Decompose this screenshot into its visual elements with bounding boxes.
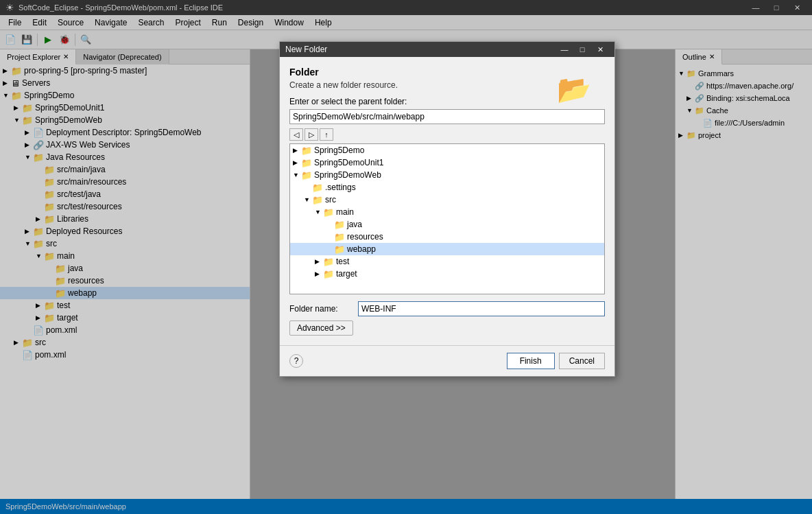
tree-item-label: src	[325, 195, 336, 205]
tree-arrow-icon[interactable]: ▼	[304, 196, 312, 203]
tree-item-label: webapp	[347, 244, 376, 254]
tree-item-label: Spring5DemoWeb	[314, 170, 381, 180]
tree-folder-icon: 📁	[334, 244, 345, 255]
tree-item[interactable]: 📁webapp	[290, 243, 604, 255]
dialog-title-controls: — □ ✕	[556, 42, 609, 57]
tree-arrow-icon[interactable]: ▶	[315, 258, 323, 265]
tree-folder-icon: 📁	[323, 257, 334, 267]
tree-item-label: java	[347, 220, 362, 229]
tree-item-label: Spring5Demo	[314, 145, 364, 155]
tree-item[interactable]: 📁.settings	[290, 181, 604, 194]
dialog-footer: ? Finish Cancel	[280, 345, 614, 376]
tree-arrow-icon[interactable]: ▶	[293, 147, 301, 154]
tree-item[interactable]: ▼📁Spring5DemoWeb	[290, 169, 604, 181]
tree-item[interactable]: ▼📁src	[290, 194, 604, 206]
finish-button[interactable]: Finish	[507, 353, 555, 369]
dialog-tree: ▶📁Spring5Demo▶📁Spring5DemoUnit1▼📁Spring5…	[289, 143, 605, 294]
tree-item[interactable]: ▶📁Spring5Demo	[290, 144, 604, 156]
dialog-body: Folder Create a new folder resource. 📂 E…	[280, 57, 614, 342]
tree-up-btn[interactable]: ↑	[320, 128, 333, 141]
tree-folder-icon: 📁	[301, 170, 312, 180]
cancel-button[interactable]: Cancel	[559, 353, 605, 369]
folder-name-label: Folder name:	[289, 304, 358, 314]
parent-folder-input[interactable]	[289, 109, 605, 124]
tree-folder-icon: 📁	[334, 232, 345, 242]
tree-toolbar: ◁ ▷ ↑	[289, 128, 605, 141]
tree-arrow-icon[interactable]: ▼	[293, 172, 301, 178]
dialog-title-bar: New Folder — □ ✕	[280, 42, 614, 57]
tree-item-label: resources	[347, 232, 383, 242]
folder-icon-big: 📂	[557, 73, 591, 106]
tree-folder-icon: 📁	[301, 158, 312, 168]
dialog-overlay: New Folder — □ ✕ Folder Create a new fol…	[0, 0, 812, 514]
tree-folder-icon: 📁	[312, 195, 323, 205]
advanced-button[interactable]: Advanced >>	[289, 320, 353, 336]
tree-item[interactable]: ▶📁target	[290, 268, 604, 280]
dialog-title-text: New Folder	[285, 45, 556, 54]
dialog-minimize-btn[interactable]: —	[556, 42, 573, 57]
tree-item[interactable]: 📁resources	[290, 231, 604, 243]
tree-folder-icon: 📁	[323, 207, 334, 218]
tree-item-label: .settings	[325, 183, 356, 192]
tree-item-label: Spring5DemoUnit1	[314, 158, 383, 167]
tree-item[interactable]: ▶📁test	[290, 255, 604, 268]
tree-arrow-icon[interactable]: ▶	[293, 159, 301, 166]
tree-item-label: target	[336, 269, 357, 279]
dialog-maximize-btn[interactable]: □	[573, 42, 591, 57]
dialog-footer-buttons: Finish Cancel	[507, 353, 605, 369]
dialog-close-btn[interactable]: ✕	[591, 42, 609, 57]
tree-folder-icon: 📁	[301, 145, 312, 156]
tree-folder-icon: 📁	[334, 220, 345, 230]
tree-item-label: main	[336, 207, 354, 217]
tree-arrow-icon[interactable]: ▶	[315, 270, 323, 277]
tree-item-label: test	[336, 257, 349, 266]
dialog-header-area: Folder Create a new folder resource. 📂	[289, 67, 605, 90]
tree-back-btn[interactable]: ◁	[289, 128, 303, 141]
tree-folder-icon: 📁	[312, 183, 323, 193]
folder-name-input[interactable]	[358, 301, 605, 316]
tree-forward-btn[interactable]: ▷	[304, 128, 318, 141]
tree-folder-icon: 📁	[323, 269, 334, 279]
folder-name-row: Folder name:	[289, 301, 605, 316]
tree-item[interactable]: ▶📁Spring5DemoUnit1	[290, 156, 604, 169]
tree-item[interactable]: 📁java	[290, 218, 604, 231]
tree-item[interactable]: ▼📁main	[290, 206, 604, 218]
new-folder-dialog: New Folder — □ ✕ Folder Create a new fol…	[279, 41, 615, 377]
dialog-help-btn[interactable]: ?	[289, 354, 303, 368]
tree-arrow-icon[interactable]: ▼	[315, 209, 323, 215]
